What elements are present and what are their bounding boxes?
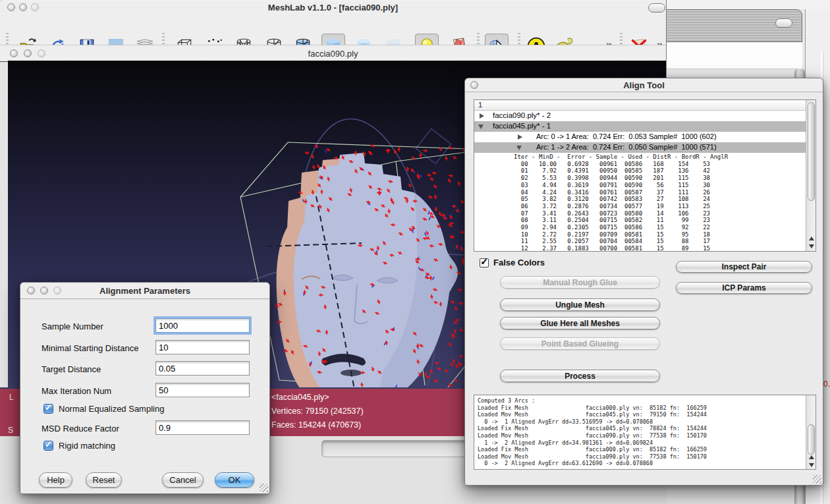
tree-column-header-label: 1 <box>478 101 482 109</box>
collapse-arrow-icon[interactable] <box>478 125 484 129</box>
button-label: Unglue Mesh <box>555 300 605 310</box>
manual-rough-glue-button[interactable]: Manual Rough Glue <box>500 276 660 289</box>
tree-scroll-up-button[interactable] <box>807 235 816 242</box>
tree-row-mesh-0[interactable]: faccia090.ply* - 2 <box>474 111 816 121</box>
align-tool-titlebar[interactable]: Align Tool <box>465 78 823 92</box>
tree-row-label: Arc: 1 -> 2 Area: 0.724 Err: 0.050 Sampl… <box>536 143 717 151</box>
log-scroll-up-button[interactable] <box>807 453 816 461</box>
msd-reduce-factor-label: MSD Reduce Factor <box>42 424 119 434</box>
align-log-text: Computed 3 Arcs : Loaded Fix Mesh faccia… <box>478 397 707 467</box>
expand-arrow-icon[interactable] <box>518 134 522 140</box>
button-label: Inspect Pair <box>721 262 766 271</box>
align-tool-title: Align Tool <box>465 80 823 90</box>
main-window-title: MeshLab v1.1.0 - [faccia090.ply] <box>0 3 666 13</box>
align-resize-grip[interactable] <box>813 475 821 484</box>
main-titlebar[interactable]: MeshLab v1.1.0 - [faccia090.ply] <box>0 0 666 15</box>
log-scrollbar[interactable] <box>806 395 816 469</box>
status-mesh-name: <faccia045.ply> <box>271 393 329 402</box>
log-scroll-down-button[interactable] <box>807 461 816 469</box>
button-label: Reset <box>93 475 115 485</box>
align-tool-window: Align Tool 1 faccia090.ply* - 2 faccia04… <box>464 78 823 486</box>
inspect-pair-button[interactable]: Inspect Pair <box>676 261 812 273</box>
false-colors-label: False Colors <box>493 258 545 267</box>
background-window-collapse-button[interactable] <box>775 18 792 28</box>
normal-equalized-sampling-label: Normal Equalized Sampling <box>59 404 164 414</box>
background-window-titlebar <box>667 9 802 42</box>
alignment-tree: 1 faccia090.ply* - 2 faccia045.ply* - 1 … <box>474 99 816 252</box>
button-label: Process <box>565 372 595 381</box>
button-label: OK <box>229 475 241 485</box>
button-label: ICP Params <box>722 283 766 293</box>
glue-here-all-meshes-button[interactable]: Glue Here all Meshes <box>500 317 660 329</box>
status-vertices: Vertices: 79150 (242537) <box>271 406 364 416</box>
normal-equalized-sampling-checkbox[interactable] <box>43 404 53 414</box>
target-distance-label: Target Distance <box>42 364 101 374</box>
button-label: Manual Rough Glue <box>543 278 617 287</box>
rigid-matching-checkbox[interactable] <box>43 441 53 451</box>
button-label: Glue Here all Meshes <box>540 319 620 328</box>
background-window-content <box>667 42 802 69</box>
tree-row-mesh-1[interactable]: faccia045.ply* - 1 <box>474 121 816 132</box>
rigid-matching-label: Rigid matching <box>59 441 115 451</box>
reset-button[interactable]: Reset <box>86 472 122 488</box>
sample-number-label: Sample Number <box>42 322 103 331</box>
process-button[interactable]: Process <box>500 370 660 382</box>
document-title: faccia090.ply <box>0 49 666 59</box>
align-log-box: Computed 3 Arcs : Loaded Fix Mesh faccia… <box>474 395 816 470</box>
tree-row-arc-0[interactable]: Arc: 0 -> 1 Area: 0.724 Err: 0.053 Sampl… <box>474 132 816 142</box>
tree-column-header[interactable]: 1 <box>474 100 816 111</box>
tree-scroll-down-button[interactable] <box>807 242 816 250</box>
iteration-table: Iter - MinD - Error - Sample - Used - Di… <box>514 154 728 252</box>
point-based-glueing-button[interactable]: Point Based Glueing <box>500 337 660 350</box>
minimal-starting-distance-label: Minimal Starting Distance <box>42 343 138 353</box>
tree-row-label: faccia045.ply* - 1 <box>493 122 551 130</box>
log-scrollbar-thumb[interactable] <box>808 424 815 455</box>
progress-groove <box>321 440 469 457</box>
expand-arrow-icon[interactable] <box>480 113 484 119</box>
status-faces: Faces: 154244 (470673) <box>271 420 361 430</box>
unglue-mesh-button[interactable]: Unglue Mesh <box>500 298 660 311</box>
button-label: Point Based Glueing <box>541 339 619 349</box>
cancel-button[interactable]: Cancel <box>162 472 204 488</box>
tree-row-arc-1[interactable]: Arc: 1 -> 2 Area: 0.724 Err: 0.050 Sampl… <box>474 142 816 153</box>
main-toolbar: A » » <box>0 14 666 45</box>
tree-row-label: faccia090.ply* - 2 <box>493 111 551 119</box>
sample-number-field[interactable] <box>155 318 250 333</box>
max-iteration-num-field[interactable] <box>155 383 250 397</box>
button-label: Cancel <box>169 475 196 485</box>
dialog-resize-grip[interactable] <box>260 484 268 492</box>
tree-scrollbar-thumb[interactable] <box>808 102 815 201</box>
dialog-titlebar[interactable]: Alignment Parameters <box>20 283 269 299</box>
background-red-fragment: 0. <box>823 379 830 389</box>
dialog-title: Alignment Parameters <box>20 286 269 296</box>
icp-params-button[interactable]: ICP Params <box>676 282 812 294</box>
screen: 0. MeshLab v1.1.0 - [faccia090.ply] <box>0 0 830 504</box>
ok-button[interactable]: OK <box>215 472 254 488</box>
button-label: Help <box>47 475 65 485</box>
main-toolbar-collapse-button[interactable] <box>648 3 665 13</box>
background-window-top-strip <box>667 0 830 9</box>
target-distance-field[interactable] <box>155 361 250 376</box>
status-fragment-top: L <box>9 393 14 402</box>
document-titlebar[interactable]: faccia090.ply <box>0 45 666 62</box>
tree-scrollbar[interactable] <box>806 100 816 251</box>
alignment-parameters-dialog: Alignment Parameters Sample Number Minim… <box>20 282 270 494</box>
false-colors-checkbox[interactable] <box>480 258 489 267</box>
max-iteration-num-label: Max Iteration Num <box>42 386 111 396</box>
help-button[interactable]: Help <box>39 472 72 488</box>
collapse-arrow-icon[interactable] <box>516 146 522 150</box>
status-fragment-bottom: S <box>8 426 13 435</box>
tree-row-label: Arc: 0 -> 1 Area: 0.724 Err: 0.053 Sampl… <box>536 132 717 140</box>
minimal-starting-distance-field[interactable] <box>155 340 250 354</box>
msd-reduce-factor-field[interactable] <box>155 420 250 435</box>
